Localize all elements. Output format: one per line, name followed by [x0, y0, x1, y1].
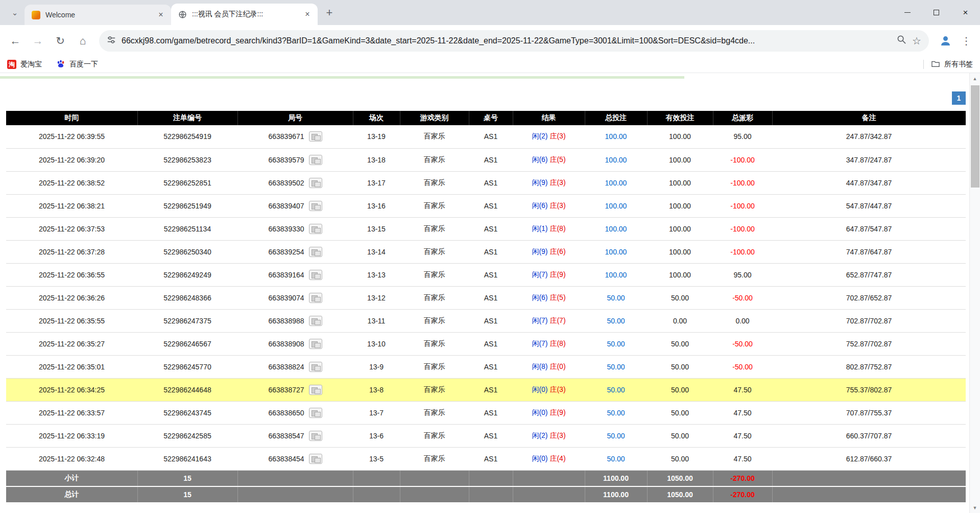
total-bet-link[interactable]: 100.00: [605, 225, 627, 233]
tab-betrecord[interactable]: :::视讯 会员下注纪录::: ×: [171, 4, 318, 25]
total-bet-link[interactable]: 50.00: [607, 317, 625, 325]
cell-result: 闲(0) 庄(9): [513, 401, 585, 424]
cell-note: 747.87/647.87: [772, 240, 966, 263]
site-info-icon[interactable]: [107, 35, 116, 46]
cell-round: 663839407: [237, 194, 353, 217]
round-preview-icon[interactable]: [309, 131, 322, 142]
total-bet-link[interactable]: 50.00: [607, 386, 625, 394]
cell-payout: -100.00: [713, 240, 772, 263]
total-bet-link[interactable]: 100.00: [605, 248, 627, 256]
total-bet-link[interactable]: 100.00: [605, 132, 627, 141]
home-button[interactable]: ⌂: [73, 31, 93, 51]
table-row: 2025-11-22 06:35:01522986245770663838824…: [6, 355, 966, 378]
round-preview-icon[interactable]: [309, 224, 322, 234]
round-preview-icon[interactable]: [309, 339, 322, 349]
browser-menu-icon[interactable]: ⋮: [958, 31, 975, 51]
result-player: 闲(7): [532, 316, 547, 324]
cell-session: 13-14: [353, 240, 400, 263]
cell-valid-bet: 100.00: [647, 125, 713, 148]
total-bet-link[interactable]: 50.00: [607, 455, 625, 463]
zoom-icon[interactable]: [897, 35, 906, 46]
all-bookmarks-button[interactable]: 所有书签: [931, 60, 973, 69]
summary-empty-cell: [772, 486, 966, 503]
minimize-icon: [904, 12, 911, 13]
vertical-scrollbar[interactable]: ▲ ▼: [969, 73, 980, 513]
column-header: 场次: [353, 111, 400, 125]
taobao-icon: 淘: [7, 60, 16, 69]
maximize-button[interactable]: [922, 0, 951, 25]
folder-icon: [931, 60, 940, 69]
total-bet-link[interactable]: 50.00: [607, 363, 625, 371]
summary-valid-bet: 1050.00: [647, 486, 713, 503]
cell-payout: 95.00: [713, 125, 772, 148]
cell-round: 663838824: [237, 355, 353, 378]
total-bet-link[interactable]: 50.00: [607, 409, 625, 417]
close-button[interactable]: ×: [951, 0, 980, 25]
scroll-up-icon[interactable]: ▲: [970, 73, 980, 84]
total-bet-link[interactable]: 50.00: [607, 340, 625, 348]
cell-time: 2025-11-22 06:39:20: [6, 148, 137, 171]
tab-close-icon[interactable]: ×: [302, 9, 313, 19]
table-row: 2025-11-22 06:37:28522986250340663839254…: [6, 240, 966, 263]
back-button[interactable]: ←: [5, 31, 26, 51]
total-bet-link[interactable]: 100.00: [605, 179, 627, 187]
bookmarks-divider: [923, 60, 924, 69]
round-preview-icon[interactable]: [309, 362, 322, 372]
result-banker: 庄(4): [549, 454, 565, 462]
round-preview-icon[interactable]: [309, 385, 322, 395]
welcome-favicon-icon: [32, 11, 40, 19]
total-bet-link[interactable]: 50.00: [607, 294, 625, 302]
round-preview-icon[interactable]: [309, 316, 322, 326]
forward-button[interactable]: →: [28, 31, 48, 51]
round-id: 663839407: [268, 202, 304, 210]
cell-valid-bet: 50.00: [647, 424, 713, 447]
bookmark-baidu[interactable]: 百度一下: [56, 59, 98, 70]
scroll-down-icon[interactable]: ▼: [970, 502, 980, 513]
cell-table-no: AS1: [469, 125, 513, 148]
profile-avatar-icon[interactable]: [935, 31, 955, 51]
cell-bet-id: 522986253823: [137, 148, 237, 171]
reload-button[interactable]: ↻: [50, 31, 70, 51]
total-bet-link[interactable]: 100.00: [605, 202, 627, 210]
tab-close-icon[interactable]: ×: [156, 10, 166, 20]
cell-payout: -50.00: [713, 355, 772, 378]
round-preview-icon[interactable]: [309, 155, 322, 165]
cell-valid-bet: 0.00: [647, 309, 713, 332]
tab-search-button[interactable]: ⌄: [6, 4, 23, 21]
cell-table-no: AS1: [469, 171, 513, 194]
cell-valid-bet: 50.00: [647, 378, 713, 401]
new-tab-button[interactable]: +: [321, 4, 338, 21]
bookmark-star-icon[interactable]: ☆: [912, 35, 921, 47]
round-preview-icon[interactable]: [309, 247, 322, 257]
summary-empty-cell: [400, 470, 469, 486]
round-preview-icon[interactable]: [309, 454, 322, 464]
url-bar[interactable]: 66cxkj98.com/game/betrecord_search/kind3…: [99, 30, 929, 52]
total-bet-link[interactable]: 50.00: [607, 432, 625, 440]
round-preview-icon[interactable]: [309, 293, 322, 303]
round-preview-icon[interactable]: [309, 408, 322, 418]
cell-time: 2025-11-22 06:38:52: [6, 171, 137, 194]
scrollbar-thumb[interactable]: [971, 85, 979, 188]
cell-bet-id: 522986242585: [137, 424, 237, 447]
page-button-1[interactable]: 1: [952, 91, 966, 105]
cell-payout: 47.50: [713, 378, 772, 401]
tab-welcome[interactable]: Welcome ×: [25, 5, 171, 25]
round-preview-icon[interactable]: [309, 201, 322, 211]
round-preview-icon[interactable]: [309, 431, 322, 441]
cell-result: 闲(6) 庄(3): [513, 194, 585, 217]
cell-game-type: 百家乐: [400, 286, 469, 309]
cell-round: 663838727: [237, 378, 353, 401]
bookmark-aitaobao[interactable]: 淘 爱淘宝: [7, 60, 42, 69]
total-bet-link[interactable]: 100.00: [605, 156, 627, 164]
result-player: 闲(6): [532, 201, 547, 209]
minimize-button[interactable]: [893, 0, 922, 25]
result-banker: 庄(6): [549, 247, 565, 255]
total-bet-link[interactable]: 100.00: [605, 271, 627, 279]
round-id: 663838547: [268, 432, 304, 440]
round-preview-icon[interactable]: [309, 178, 322, 188]
round-preview-icon[interactable]: [309, 270, 322, 280]
bookmarks-right: 所有书签: [923, 60, 973, 69]
cell-total-bet: 50.00: [585, 355, 647, 378]
url-text[interactable]: 66cxkj98.com/game/betrecord_search/kind3…: [122, 36, 891, 45]
result-player: 闲(9): [532, 247, 547, 255]
